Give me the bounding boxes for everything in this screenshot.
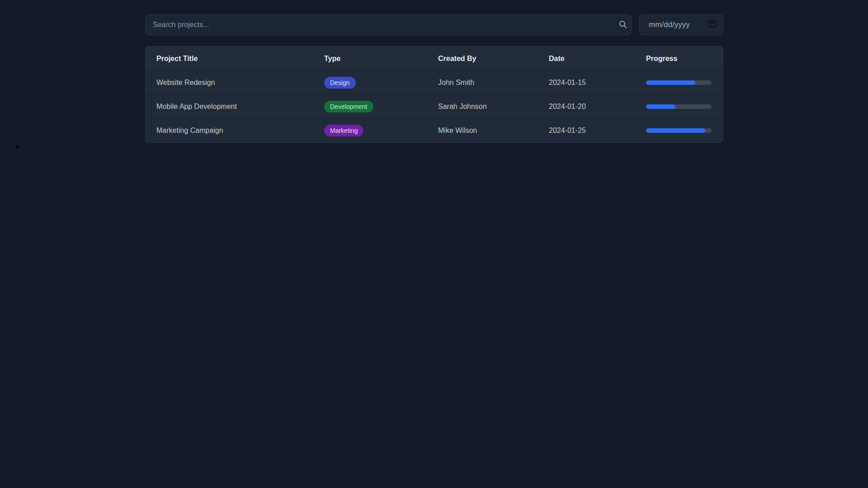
- type-badge: Development: [324, 101, 373, 113]
- progress-bar: [646, 128, 712, 133]
- date-input[interactable]: mm/dd/yyyy: [639, 14, 723, 35]
- progress-fill: [646, 128, 705, 133]
- column-header-type: Type: [313, 47, 427, 70]
- date-input-value: mm/dd/yyyy: [649, 20, 690, 29]
- created-by-cell: John Smith: [427, 70, 538, 94]
- table-header-row: Project Title Type Created By Date Progr…: [146, 47, 723, 70]
- progress-bar: [646, 104, 712, 109]
- date-cell: 2024-01-20: [538, 94, 635, 118]
- created-by-cell: Sarah Johnson: [427, 94, 538, 118]
- date-cell: 2024-01-25: [538, 118, 635, 142]
- column-header-created-by: Created By: [427, 47, 538, 70]
- created-by-cell: Mike Wilson: [427, 118, 538, 142]
- date-cell: 2024-01-15: [538, 70, 635, 94]
- column-header-date: Date: [538, 47, 635, 70]
- progress-bar: [646, 80, 712, 85]
- column-header-progress: Progress: [635, 47, 723, 70]
- progress-fill: [646, 80, 695, 85]
- type-badge: Marketing: [324, 125, 363, 136]
- search-input[interactable]: [145, 14, 632, 35]
- progress-fill: [646, 104, 675, 109]
- project-title-cell: Marketing Campaign: [146, 118, 313, 142]
- column-header-project-title: Project Title: [146, 47, 313, 70]
- table-row: Mobile App Development Development Sarah…: [146, 94, 723, 118]
- projects-table: Project Title Type Created By Date Progr…: [145, 46, 723, 143]
- stray-text: >: [15, 143, 19, 150]
- table-row: Marketing Campaign Marketing Mike Wilson…: [146, 118, 723, 142]
- table-row: Website Redesign Design John Smith 2024-…: [146, 70, 723, 94]
- type-badge: Design: [324, 77, 356, 89]
- project-title-cell: Website Redesign: [146, 70, 313, 94]
- calendar-icon[interactable]: [708, 19, 717, 30]
- search-icon: [618, 20, 627, 29]
- project-title-cell: Mobile App Development: [146, 94, 313, 118]
